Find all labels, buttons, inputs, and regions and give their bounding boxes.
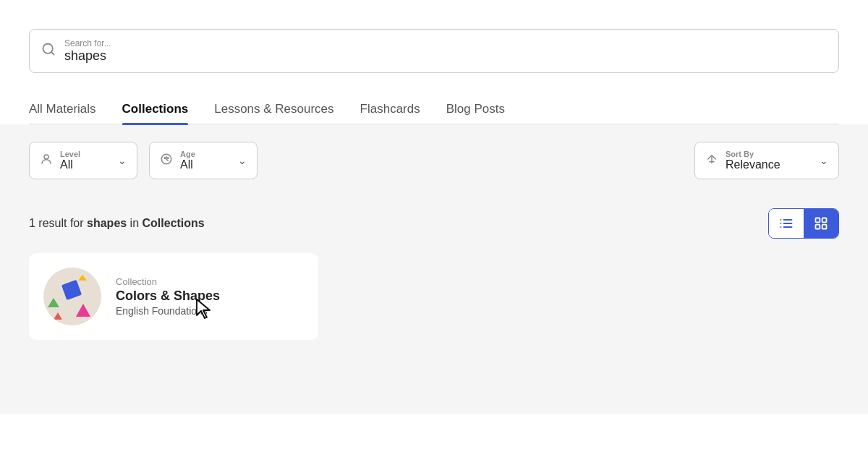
- result-card[interactable]: Collection Colors & Shapes English Found…: [29, 253, 318, 340]
- svg-point-2: [44, 155, 48, 159]
- sort-icon: [705, 153, 718, 168]
- results-count-prefix: 1 result for: [29, 217, 87, 229]
- search-placeholder: Search for...: [64, 38, 111, 48]
- sort-value: Relevance: [726, 158, 812, 171]
- results-area: 1 result for shapes in Collections: [0, 197, 868, 414]
- results-query: shapes: [87, 217, 127, 229]
- results-header: 1 result for shapes in Collections: [29, 208, 839, 239]
- sort-dropdown[interactable]: Sort By Relevance ⌄: [694, 142, 839, 179]
- tab-collections[interactable]: Collections: [122, 102, 189, 124]
- search-icon: [41, 42, 56, 60]
- tabs-nav: All Materials Collections Lessons & Reso…: [29, 102, 839, 124]
- age-icon: [160, 153, 173, 168]
- result-type: Collection: [116, 276, 220, 287]
- sort-chevron-icon: ⌄: [820, 155, 828, 166]
- tab-lessons-resources[interactable]: Lessons & Resources: [214, 102, 333, 124]
- filter-bar: Level All ⌄ Age All ⌄: [0, 124, 868, 197]
- tab-flashcards[interactable]: Flashcards: [360, 102, 420, 124]
- age-label: Age: [180, 150, 231, 158]
- grid-view-button[interactable]: [804, 209, 838, 238]
- svg-rect-15: [822, 218, 827, 223]
- svg-rect-14: [816, 218, 820, 223]
- result-subtitle: English Foundations: [116, 305, 220, 317]
- svg-rect-16: [816, 225, 820, 229]
- svg-rect-17: [822, 225, 827, 229]
- level-dropdown[interactable]: Level All ⌄: [29, 142, 137, 179]
- level-icon: [40, 153, 53, 168]
- list-view-button[interactable]: [769, 209, 804, 238]
- result-info: Collection Colors & Shapes English Found…: [116, 276, 220, 317]
- search-bar[interactable]: Search for... shapes: [29, 29, 839, 73]
- tab-blog-posts[interactable]: Blog Posts: [446, 102, 505, 124]
- age-dropdown[interactable]: Age All ⌄: [149, 142, 258, 179]
- svg-point-5: [168, 158, 169, 159]
- svg-line-1: [51, 52, 54, 55]
- search-value: shapes: [64, 48, 111, 64]
- result-thumbnail: [43, 268, 101, 325]
- results-summary: 1 result for shapes in Collections: [29, 217, 205, 230]
- view-toggle: [768, 208, 839, 239]
- results-context: Collections: [142, 217, 205, 229]
- sort-label: Sort By: [726, 150, 812, 158]
- result-title: Colors & Shapes: [116, 289, 220, 304]
- results-in: in: [127, 217, 142, 229]
- level-chevron-icon: ⌄: [118, 155, 127, 166]
- age-value: All: [180, 158, 231, 171]
- age-chevron-icon: ⌄: [238, 155, 247, 166]
- svg-point-4: [164, 158, 166, 159]
- tab-all-materials[interactable]: All Materials: [29, 102, 96, 124]
- level-label: Level: [60, 150, 111, 158]
- level-value: All: [60, 158, 111, 171]
